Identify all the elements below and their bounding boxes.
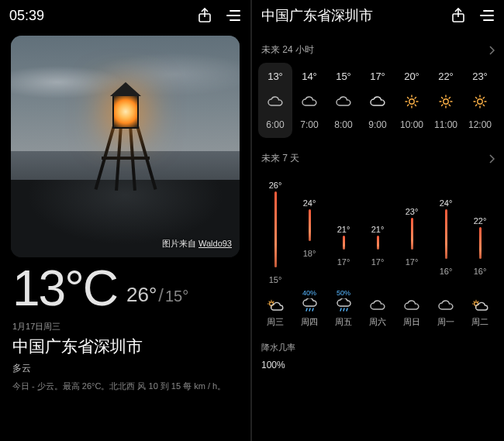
daily-high: 24° xyxy=(303,198,316,208)
hourly-temp: 13° xyxy=(268,71,283,82)
hourly-time: 10:00 xyxy=(400,119,423,130)
weather-photo-card: 图片来自 Waldo93 xyxy=(11,36,240,257)
daily-name: 周三 xyxy=(267,316,284,328)
hourly-expand-icon[interactable] xyxy=(489,46,495,55)
sun-icon xyxy=(439,95,453,109)
share-icon[interactable] xyxy=(198,8,212,23)
hourly-column[interactable]: 15° 8:00 xyxy=(326,63,361,138)
daily-bar-zone: 22° 16° xyxy=(463,171,497,288)
hourly-column[interactable]: 23° 12:00 xyxy=(463,63,497,138)
daily-temp-bar xyxy=(411,218,413,250)
partly-icon xyxy=(267,299,284,312)
hourly-temp: 20° xyxy=(404,71,419,82)
share-icon[interactable] xyxy=(451,8,465,23)
daily-temp-bar xyxy=(274,191,277,268)
daily-name: 周二 xyxy=(471,316,488,328)
partly-icon xyxy=(471,299,488,312)
daily-bar-zone: 24° 18° xyxy=(292,171,326,288)
high-low-block: 26° / 15° xyxy=(126,283,188,307)
daily-temp-bar xyxy=(309,209,311,241)
svg-point-3 xyxy=(444,99,448,104)
daily-name: 周四 xyxy=(301,316,318,328)
status-actions xyxy=(198,8,241,23)
detail-header: 中国广东省深圳市 xyxy=(252,0,504,29)
temperature-row: 13°C 26° / 15° xyxy=(12,264,238,313)
current-temperature: 13°C xyxy=(12,264,117,313)
daily-column[interactable]: 21° 17° 50% 周五 xyxy=(326,171,361,328)
daily-name: 周六 xyxy=(369,316,386,328)
daily-low: 17° xyxy=(371,257,385,267)
daily-temp-bar xyxy=(479,227,482,259)
hourly-forecast-strip[interactable]: 13° 6:00 14° 7:00 15° 8:00 17° 9:00 20° … xyxy=(258,63,504,138)
hourly-temp: 22° xyxy=(438,71,454,82)
hourly-time: 6:00 xyxy=(266,119,284,130)
daily-expand-icon[interactable] xyxy=(489,154,495,164)
daily-low: 17° xyxy=(406,257,419,267)
daily-column[interactable]: 23° 17° 周日 xyxy=(395,171,429,328)
cloud-icon xyxy=(369,299,386,312)
daily-low: 16° xyxy=(474,267,487,276)
cloud-icon xyxy=(267,95,284,109)
hourly-column[interactable]: 14° 7:00 xyxy=(292,63,326,138)
daily-bar-zone: 26° 15° xyxy=(258,171,292,288)
hourly-time: 9:00 xyxy=(368,119,386,130)
daily-low: 17° xyxy=(337,257,350,267)
daily-precip: 50% xyxy=(337,289,350,298)
daily-bar-zone: 21° 17° xyxy=(326,171,361,288)
daily-bar-zone: 24° 16° xyxy=(429,171,463,288)
hourly-section-label: 未来 24 小时 xyxy=(261,43,314,57)
hourly-temp: 23° xyxy=(472,71,488,82)
daily-high: 26° xyxy=(269,181,282,190)
photo-credit-link[interactable]: Waldo93 xyxy=(198,239,232,248)
precipitation-value: 100% xyxy=(261,360,495,370)
daily-column[interactable]: 24° 18° 40% 周四 xyxy=(292,171,326,328)
location-label: 中国广东省深圳市 xyxy=(12,336,238,357)
daily-name: 周五 xyxy=(335,316,352,328)
daily-column[interactable]: 22° 16° 周二 xyxy=(463,171,497,328)
detail-actions xyxy=(451,8,495,23)
photo-lantern xyxy=(98,82,153,191)
photo-attribution: 图片来自 Waldo93 xyxy=(162,238,232,250)
cloud-icon xyxy=(301,95,318,109)
hourly-time: 7:00 xyxy=(300,119,318,130)
hourly-column[interactable]: 22° 11:00 xyxy=(429,63,463,138)
rain-icon xyxy=(302,299,317,312)
hourly-time: 8:00 xyxy=(334,119,352,130)
daily-temp-bar xyxy=(343,236,345,250)
daily-high: 24° xyxy=(440,198,453,208)
sun-icon xyxy=(473,95,487,109)
daily-bar-zone: 23° 17° xyxy=(395,171,429,288)
low-temperature: 15° xyxy=(165,288,188,305)
daily-column[interactable]: 21° 17° 周六 xyxy=(361,171,395,328)
menu-icon[interactable] xyxy=(226,9,241,22)
daily-section-header: 未来 7 天 xyxy=(261,152,495,165)
daily-bar-zone: 21° 17° xyxy=(361,171,395,288)
daily-high: 22° xyxy=(474,216,487,226)
daily-low: 18° xyxy=(303,249,316,258)
daily-column[interactable]: 26° 15° 周三 xyxy=(258,171,292,328)
hourly-column[interactable]: 17° 9:00 xyxy=(361,63,395,138)
hourly-column[interactable]: 20° 10:00 xyxy=(395,63,429,138)
precipitation-label: 降水几率 xyxy=(261,342,495,353)
cloud-light-icon xyxy=(369,95,386,109)
hourly-temp: 15° xyxy=(336,71,351,82)
svg-point-2 xyxy=(409,99,414,104)
daily-temp-bar xyxy=(377,236,379,250)
cloud-icon xyxy=(335,95,352,109)
condition-label: 多云 xyxy=(12,362,238,375)
menu-icon[interactable] xyxy=(479,9,495,22)
weather-screen-main: 05:39 图片来自 Waldo93 xyxy=(0,0,250,441)
daily-precip: 40% xyxy=(302,289,316,298)
date-label: 1月17日周三 xyxy=(12,321,238,332)
hourly-column[interactable]: 13° 6:00 xyxy=(258,63,292,138)
status-time: 05:39 xyxy=(9,8,44,24)
weather-screen-detail: 中国广东省深圳市 未来 24 小时 13° 6:00 14° 7:00 15° xyxy=(250,0,504,441)
high-temperature: 26° xyxy=(126,283,157,307)
status-bar: 05:39 xyxy=(0,0,250,29)
daily-name: 周一 xyxy=(437,316,454,328)
hourly-temp: 14° xyxy=(302,71,317,82)
daily-forecast-chart[interactable]: 26° 15° 周三 24° 18° 40% 周四 21° 17° 50% 周五… xyxy=(258,171,504,328)
daily-high: 23° xyxy=(406,207,419,216)
daily-high: 21° xyxy=(337,225,350,234)
daily-column[interactable]: 24° 16° 周一 xyxy=(429,171,463,328)
